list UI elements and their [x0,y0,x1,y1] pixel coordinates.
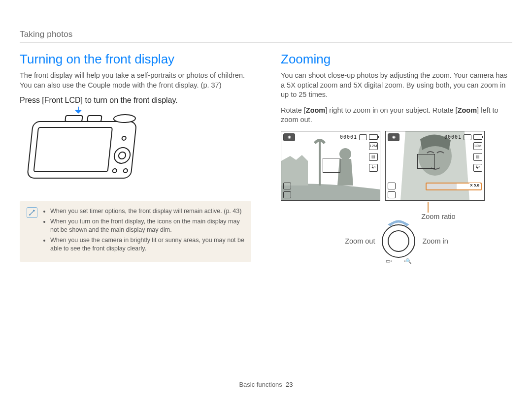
note-item: When you turn on the front display, the … [50,217,244,234]
storage-icon [359,134,367,140]
camera-mode-icon: ◉ [388,133,399,141]
front-display-step: Press [Front LCD] to turn on the front d… [20,96,251,105]
zoom-rotate-instruction: Rotate [Zoom] right to zoom in on your s… [281,106,512,125]
svg-rect-1 [34,127,112,172]
camera-illustration [20,109,148,192]
lcd-preview-wide: ◉ 00001 12M ▤ ϟᴬ [281,131,380,201]
zoom-keyword: Zoom [306,106,325,114]
lcd-bottom-icons [388,183,396,198]
zoom-in-label: Zoom in [422,237,448,245]
callout-line [428,202,429,213]
note-box: When you set timer options, the front di… [20,201,251,261]
right-column: Zooming You can shoot close-up photos by… [281,52,512,262]
page: Taking photos Turning on the front displ… [0,0,532,401]
zoom-out-label: Zoom out [345,237,375,245]
stabilizer-icon [283,191,291,198]
zoom-dial-group: Zoom out ▭▫ ▫🔍 Zoom in [281,224,512,258]
svg-rect-3 [87,116,101,122]
note-item: When you set timer options, the front di… [50,207,244,216]
dial-arrows-icon [387,218,410,227]
lcd-topbar: ◉ 00001 [281,133,380,141]
svg-rect-12 [319,140,321,185]
lcd-side-icons: 12M ▤ ϟᴬ [369,142,378,172]
frame-counter: 00001 [340,134,357,140]
focus-box [323,158,340,173]
face-detect-icon [388,183,396,189]
lcd-side-icons: 12M ▤ ϟᴬ [473,142,482,172]
left-column: Turning on the front display The front d… [20,52,251,262]
page-footer: Basic functions 23 [0,381,532,388]
lcd-preview-tele: ◉ 00001 12M ▤ ϟᴬ [385,131,485,201]
frame-counter: 00001 [444,134,462,140]
quality-icon: ▤ [369,153,378,161]
flash-icon: ϟᴬ [473,164,482,172]
note-icon [27,207,37,218]
section-heading-front-display: Turning on the front display [20,52,251,67]
section-heading-zooming: Zooming [281,52,512,67]
flash-icon: ϟᴬ [369,164,378,172]
svg-point-13 [339,148,351,160]
camera-svg [20,109,148,192]
stabilizer-icon [388,191,396,198]
zoom-keyword: Zoom [458,106,477,114]
quality-icon: ▤ [473,153,482,161]
resolution-icon: 12M [369,142,378,150]
text: ] right to zoom in on your subject. Rota… [325,106,457,114]
page-number: 23 [286,381,293,388]
footer-section: Basic functions [239,381,282,388]
zoom-in-glyph-icon: ▫🔍 [404,258,412,264]
storage-icon [464,134,471,140]
zoom-dial: ▭▫ ▫🔍 [382,224,415,258]
face-detect-icon [283,183,291,189]
zoom-bar: X 5.0 [426,183,482,190]
zoom-bar-fill [427,184,457,189]
front-display-intro: The front display will help you take a s… [20,71,251,90]
arrow-down-icon [73,106,84,117]
zoom-intro: You can shoot close-up photos by adjusti… [281,71,512,100]
resolution-icon: 12M [473,142,482,150]
lcd-bottom-icons [283,183,291,198]
lcd-previews: ◉ 00001 12M ▤ ϟᴬ [281,131,512,201]
battery-icon [369,134,378,140]
breadcrumb: Taking photos [20,30,512,43]
battery-icon [473,134,482,140]
text: Rotate [ [281,106,306,114]
note-list: When you set timer options, the front di… [43,207,244,254]
lcd-topbar: ◉ 00001 [386,133,484,141]
content-columns: Turning on the front display The front d… [20,52,512,262]
svg-point-7 [118,152,126,159]
focus-box [417,154,435,169]
svg-point-4 [113,115,136,123]
zoom-out-glyph-icon: ▭▫ [386,258,392,264]
camera-mode-icon: ◉ [283,133,295,141]
note-item: When you use the camera in brightly lit … [50,236,244,253]
svg-point-10 [29,215,30,216]
zoom-value-label: X 5.0 [469,183,480,187]
